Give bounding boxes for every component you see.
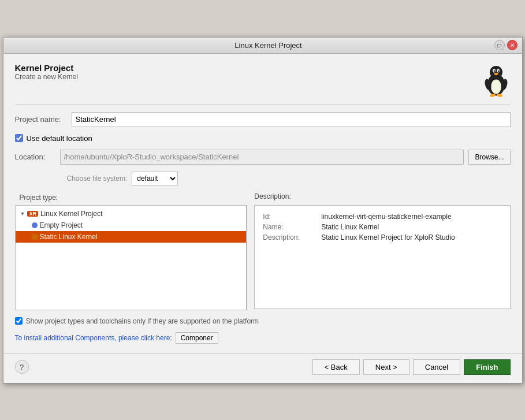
location-label: Location: xyxy=(15,153,55,161)
project-name-input[interactable] xyxy=(72,112,511,127)
dialog-body: Kernel Project Create a new Kernel xyxy=(3,54,522,353)
tree-item-parent[interactable]: ▼ XR Linux Kernel Project xyxy=(16,208,247,220)
description-panel: Id: linuxkernel-virt-qemu-statickernel-e… xyxy=(254,205,510,309)
desc-row-id: Id: linuxkernel-virt-qemu-statickernel-e… xyxy=(260,211,504,222)
project-name-row: Project name: xyxy=(15,112,511,127)
use-default-location-checkbox[interactable] xyxy=(15,134,23,142)
title-bar: Linux Kernel Project □ ✕ xyxy=(3,38,522,54)
desc-name-value: Static Linux Kernel xyxy=(319,222,504,232)
tree-arrow: ▼ xyxy=(20,211,25,217)
svg-point-2 xyxy=(490,66,502,79)
install-link[interactable]: To install additional Components, please… xyxy=(15,334,172,342)
component-button[interactable]: Componer xyxy=(176,332,218,344)
browse-button[interactable]: Browse... xyxy=(468,150,510,165)
bottom-buttons-bar: ? < Back Next > Cancel Finish xyxy=(3,353,522,383)
install-row: To install additional Components, please… xyxy=(15,332,511,344)
tree-child-label-empty: Empty Project xyxy=(40,221,83,229)
svg-point-5 xyxy=(493,70,495,72)
panels-container: Project type: ▼ XR Linux Kernel Project … xyxy=(15,192,511,310)
two-panel: ▼ XR Linux Kernel Project Empty Project xyxy=(15,205,248,310)
project-type-list: ▼ XR Linux Kernel Project Empty Project xyxy=(16,206,247,310)
right-section: Description: Id: linuxkernel-virt-qemu-s… xyxy=(254,192,510,309)
header-row: Kernel Project Create a new Kernel xyxy=(15,63,511,98)
dialog-subtitle: Create a new Kernel xyxy=(15,73,78,81)
show-supported-row: Show project types and toolchains only i… xyxy=(15,317,511,325)
left-section: Project type: ▼ XR Linux Kernel Project … xyxy=(15,192,248,310)
star-icon-static xyxy=(32,234,38,240)
project-name-label: Project name: xyxy=(15,115,67,124)
tree-item-static-kernel[interactable]: Static Linux Kernel xyxy=(16,231,247,243)
xr-badge: XR xyxy=(27,211,38,217)
svg-point-7 xyxy=(494,73,498,75)
desc-id-value: linuxkernel-virt-qemu-statickernel-examp… xyxy=(319,211,504,222)
title-bar-controls: □ ✕ xyxy=(494,40,517,50)
tux-logo xyxy=(482,63,511,98)
project-type-header: Project type: xyxy=(15,192,248,204)
location-input[interactable] xyxy=(60,150,464,165)
use-default-location-label: Use default location xyxy=(27,134,92,143)
tree-parent-label: Linux Kernel Project xyxy=(40,210,102,218)
show-supported-label: Show project types and toolchains only i… xyxy=(26,317,259,325)
window-title: Linux Kernel Project xyxy=(43,41,494,50)
description-header: Description: xyxy=(254,192,510,200)
use-default-location-row: Use default location xyxy=(15,134,511,143)
location-row: Location: Browse... xyxy=(15,150,511,165)
nav-buttons: < Back Next > Cancel Finish xyxy=(312,359,511,375)
tree-child-label-static: Static Linux Kernel xyxy=(40,233,98,241)
svg-point-6 xyxy=(497,70,499,72)
finish-button[interactable]: Finish xyxy=(464,359,510,375)
next-button[interactable]: Next > xyxy=(363,359,409,375)
show-supported-checkbox[interactable] xyxy=(15,317,23,325)
maximize-button[interactable]: □ xyxy=(494,40,505,50)
header-text: Kernel Project Create a new Kernel xyxy=(15,63,78,81)
desc-row-name: Name: Static Linux Kernel xyxy=(260,222,504,232)
svg-point-1 xyxy=(491,79,501,94)
filesystem-select[interactable]: default xyxy=(132,172,178,185)
filesystem-row: Choose file system: default xyxy=(15,172,511,185)
separator-1 xyxy=(15,105,511,105)
back-button[interactable]: < Back xyxy=(312,359,360,375)
dialog-window: Linux Kernel Project □ ✕ Kernel Project … xyxy=(3,37,523,384)
dot-icon-empty xyxy=(32,222,38,228)
help-button[interactable]: ? xyxy=(15,360,29,374)
filesystem-label: Choose file system: xyxy=(67,174,128,183)
desc-desc-label: Description: xyxy=(260,232,319,243)
description-table: Id: linuxkernel-virt-qemu-statickernel-e… xyxy=(260,211,504,243)
install-label: To install additional Components, please… xyxy=(15,334,172,342)
cancel-button[interactable]: Cancel xyxy=(413,359,460,375)
tree-item-empty-project[interactable]: Empty Project xyxy=(16,220,247,231)
dialog-title: Kernel Project xyxy=(15,63,78,73)
desc-row-desc: Description: Static Linux Kernel Project… xyxy=(260,232,504,243)
close-button[interactable]: ✕ xyxy=(507,40,517,50)
desc-desc-value: Static Linux Kernel Project for XploR St… xyxy=(319,232,504,243)
desc-name-label: Name: xyxy=(260,222,319,232)
desc-id-label: Id: xyxy=(260,211,319,222)
